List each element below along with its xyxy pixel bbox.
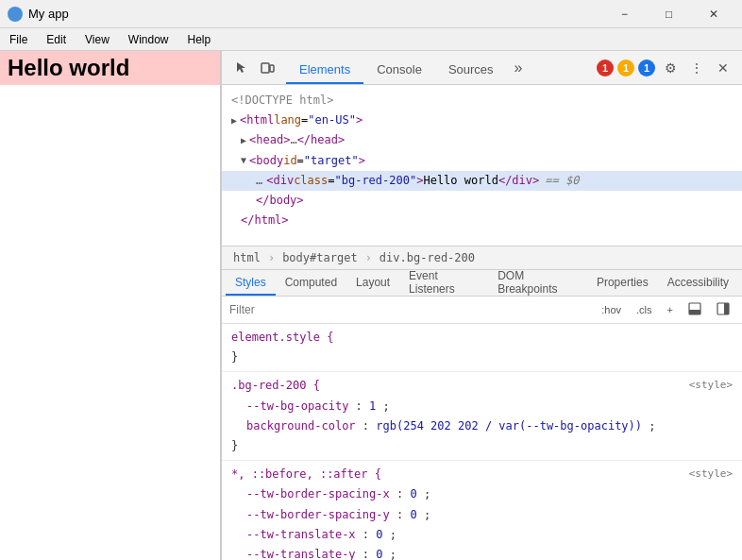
tab-elements[interactable]: Elements [286, 56, 363, 84]
tab-dom-breakpoints[interactable]: DOM Breakpoints [488, 271, 587, 296]
dom-close-body[interactable]: </body> [222, 191, 742, 211]
styles-tabs-bar: Styles Computed Layout Event Listeners D… [222, 270, 742, 297]
css-rule-universal: *, ::before, ::after { <style> --tw-bord… [222, 461, 742, 560]
dom-html[interactable]: ▶ <html lang = "en-US" > [222, 110, 742, 130]
dom-tree: <!DOCTYPE html> ▶ <html lang = "en-US" >… [222, 85, 742, 246]
inspect-element-button[interactable] [229, 57, 252, 79]
tab-accessibility[interactable]: Accessibility [658, 271, 738, 296]
filter-input[interactable] [229, 303, 591, 316]
dom-doctype[interactable]: <!DOCTYPE html> [222, 91, 742, 110]
devtools-panel: Elements Console Sources » 1 1 1 ⚙ ⋮ ✕ <… [221, 51, 742, 560]
app-icon [8, 7, 23, 22]
tab-computed[interactable]: Computed [276, 271, 346, 296]
tab-styles[interactable]: Styles [226, 271, 276, 296]
tab-console[interactable]: Console [363, 56, 435, 84]
css-rule-bg-red-200: .bg-red-200 { <style> --tw-bg-opacity : … [222, 372, 742, 461]
menu-window[interactable]: Window [119, 28, 178, 50]
maximize-button[interactable]: □ [648, 0, 690, 28]
split-button[interactable] [712, 299, 734, 320]
css-rule-element-style: element.style { } [222, 324, 742, 372]
svg-point-0 [9, 8, 21, 20]
css-content: element.style { } .bg-red-200 { <style> … [222, 324, 742, 560]
more-options-button[interactable]: ⋮ [685, 57, 708, 79]
tab-layout[interactable]: Layout [346, 271, 399, 296]
breadcrumb: html › body#target › div.bg-red-200 [222, 246, 742, 270]
menu-help[interactable]: Help [178, 28, 221, 50]
more-tabs-icon[interactable]: » [511, 59, 527, 76]
dom-head[interactable]: ▶ <head> … </head> [222, 130, 742, 150]
msg-badge: 1 [638, 59, 655, 76]
expand-html-arrow[interactable]: ▶ [231, 113, 237, 128]
svg-rect-1 [261, 63, 269, 73]
menubar: File Edit View Window Help [0, 28, 742, 51]
devtools-toolbar-right: 1 1 1 ⚙ ⋮ ✕ [597, 57, 734, 79]
expand-head-arrow[interactable]: ▶ [241, 133, 246, 148]
menu-view[interactable]: View [76, 28, 119, 50]
svg-rect-4 [689, 310, 700, 314]
breadcrumb-div[interactable]: div.bg-red-200 [376, 249, 479, 266]
svg-rect-6 [724, 303, 729, 314]
menu-edit[interactable]: Edit [37, 28, 76, 50]
filter-bar: :hov .cls + [222, 297, 742, 324]
main-layout: Hello world Elements Console [0, 51, 742, 560]
device-toolbar-button[interactable] [256, 57, 278, 79]
hello-world-text: Hello world [0, 51, 220, 85]
dom-div-selected[interactable]: … <div class = "bg-red-200" > Hello worl… [222, 171, 742, 191]
dock-button[interactable] [683, 299, 706, 320]
devtools-tabs: Elements Console Sources [286, 51, 507, 84]
dom-body[interactable]: ▼ <body id = "target" > [222, 151, 742, 171]
dom-close-html[interactable]: </html> [222, 211, 742, 230]
error-badge: 1 [597, 59, 614, 76]
app-content: Hello world [0, 51, 221, 560]
window-title: My app [28, 7, 603, 21]
hov-button[interactable]: :hov [597, 301, 626, 318]
svg-rect-2 [270, 65, 274, 72]
cls-button[interactable]: .cls [632, 301, 657, 318]
tab-properties[interactable]: Properties [587, 271, 658, 296]
doctype-text: <!DOCTYPE html> [231, 92, 333, 110]
minimize-button[interactable]: − [603, 0, 646, 28]
menu-file[interactable]: File [0, 28, 37, 50]
titlebar: My app − □ ✕ [0, 0, 742, 28]
close-button[interactable]: ✕ [692, 0, 734, 28]
devtools-toolbar: Elements Console Sources » 1 1 1 ⚙ ⋮ ✕ [222, 51, 742, 85]
warn-badge: 1 [617, 59, 634, 76]
expand-body-arrow[interactable]: ▼ [241, 153, 246, 168]
breadcrumb-body[interactable]: body#target [278, 249, 361, 266]
settings-button[interactable]: ⚙ [659, 57, 682, 79]
window-controls: − □ ✕ [603, 0, 734, 28]
tab-sources[interactable]: Sources [435, 56, 507, 84]
styles-panel: Styles Computed Layout Event Listeners D… [222, 270, 742, 560]
close-devtools-button[interactable]: ✕ [712, 57, 734, 79]
tab-event-listeners[interactable]: Event Listeners [399, 271, 488, 296]
add-rule-button[interactable]: + [663, 301, 678, 318]
breadcrumb-html[interactable]: html [229, 249, 264, 266]
